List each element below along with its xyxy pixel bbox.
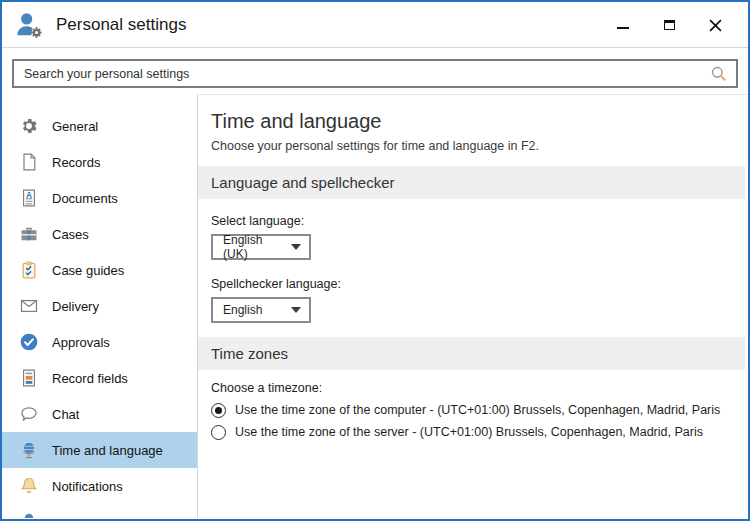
gear-icon [19,116,39,136]
bell-icon [19,476,39,496]
search-box[interactable] [12,59,738,88]
gear-overlay [31,27,41,37]
sidebar-item-documents[interactable]: A Documents [2,180,197,216]
radio-unselected-icon[interactable] [211,425,226,440]
settings-sidebar: General Records A Documents [2,94,198,518]
choose-timezone-label: Choose a timezone: [211,381,748,396]
sidebar-item-general[interactable]: General [2,108,197,144]
clipboard-icon [19,260,39,280]
maximize-icon [664,20,675,30]
page-title: Time and language [211,108,748,134]
radio-selected-icon[interactable] [211,403,226,418]
window-title: Personal settings [56,15,186,35]
sidebar-item-label: Record fields [52,371,128,386]
personal-settings-window: Personal settings [0,0,750,521]
record-fields-icon [19,368,39,388]
sidebar-item-label: Cases [52,227,89,242]
spellchecker-language-value: English [223,303,262,317]
sidebar-item-label: Documents [52,191,118,206]
title-bar: Personal settings [2,2,748,48]
select-language-label: Select language: [211,214,748,229]
dialog-body: General Records A Documents [2,94,748,518]
sidebar-item-records[interactable]: Records [2,144,197,180]
search-icon[interactable] [709,64,728,83]
sidebar-item-label: Approvals [52,335,110,350]
select-language-dropdown[interactable]: English (UK) [211,234,311,260]
timezone-option-label: Use the time zone of the computer - (UTC… [235,403,720,417]
user-icon [19,512,39,518]
timezone-option-label: Use the time zone of the server - (UTC+0… [235,425,703,439]
sidebar-item-label: Records [52,155,100,170]
sidebar-item-case-guides[interactable]: Case guides [2,252,197,288]
sidebar-item-cases[interactable]: Cases [2,216,197,252]
sidebar-item-label: Time and language [52,443,163,458]
chevron-down-icon [291,307,301,313]
search-input[interactable] [24,67,709,81]
minimize-button[interactable] [600,7,646,43]
sidebar-item-label: General [52,119,98,134]
select-language-value: English (UK) [223,233,285,261]
person-gear-icon [14,10,44,40]
sidebar-item-label: Case guides [52,263,124,278]
close-button[interactable] [692,7,738,43]
documents-icon: A [19,188,39,208]
sidebar-item-label: Chat [52,407,79,422]
spellchecker-language-label: Spellchecker language: [211,277,748,292]
globe-icon [19,440,39,460]
svg-text:A: A [26,190,32,200]
timezone-option-server[interactable]: Use the time zone of the server - (UTC+0… [211,424,748,440]
chevron-down-icon [291,244,301,250]
sidebar-item-user[interactable]: User [2,504,197,518]
close-icon [709,19,722,32]
sidebar-item-label: Notifications [52,479,123,494]
sidebar-item-approvals[interactable]: Approvals [2,324,197,360]
settings-content: Time and language Choose your personal s… [198,94,748,518]
minimize-icon [617,27,629,30]
sidebar-item-delivery[interactable]: Delivery [2,288,197,324]
page-subtitle: Choose your personal settings for time a… [211,139,748,154]
spellchecker-language-dropdown[interactable]: English [211,297,311,323]
chat-bubble-icon [19,404,39,424]
maximize-button[interactable] [646,7,692,43]
sidebar-item-chat[interactable]: Chat [2,396,197,432]
sidebar-item-notifications[interactable]: Notifications [2,468,197,504]
sidebar-item-label: User [52,515,79,519]
sidebar-item-record-fields[interactable]: Record fields [2,360,197,396]
sidebar-item-label: Delivery [52,299,99,314]
envelope-icon [19,296,39,316]
timezone-option-computer[interactable]: Use the time zone of the computer - (UTC… [211,402,748,418]
window-controls [600,2,738,48]
sidebar-item-time-and-language[interactable]: Time and language [2,432,197,468]
section-header-language-and-spellchecker: Language and spellchecker [198,166,745,199]
record-icon [19,152,39,172]
section-header-time-zones: Time zones [198,337,745,370]
briefcase-icon [19,224,39,244]
approval-check-icon [19,332,39,352]
search-row [2,48,748,94]
